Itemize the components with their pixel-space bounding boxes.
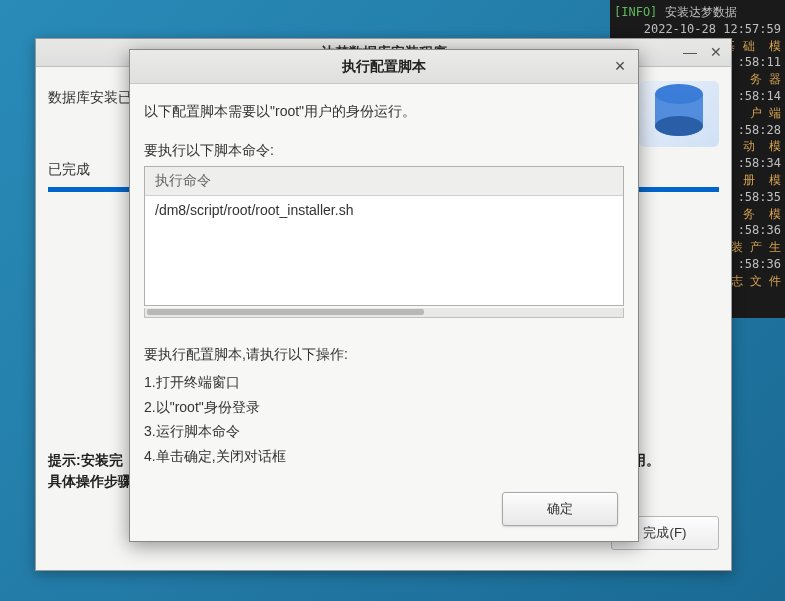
close-button[interactable]: ✕ [707, 43, 725, 61]
dialog-title: 执行配置脚本 [342, 58, 426, 76]
script-listbox: 执行命令 /dm8/script/root/root_installer.sh [144, 166, 624, 306]
steps-list: 1.打开终端窗口2.以"root"身份登录3.运行脚本命令4.单击确定,关闭对话… [144, 370, 624, 468]
step-item: 2.以"root"身份登录 [144, 395, 624, 420]
horizontal-scrollbar[interactable] [144, 308, 624, 318]
terminal-line: 2022-10-28 12:57:59 [614, 21, 781, 38]
ok-button[interactable]: 确定 [502, 492, 618, 526]
script-row[interactable]: /dm8/script/root/root_installer.sh [145, 196, 623, 224]
steps-label: 要执行配置脚本,请执行以下操作: [144, 346, 624, 364]
window-buttons: — ✕ [681, 43, 725, 61]
svg-point-1 [655, 116, 703, 136]
config-script-dialog: 执行配置脚本 × 以下配置脚本需要以"root"用户的身份运行。 要执行以下脚本… [129, 49, 639, 542]
command-label: 要执行以下脚本命令: [144, 142, 624, 160]
database-icon [639, 81, 719, 147]
installer-header-label: 数据库安装已 [48, 89, 132, 107]
dialog-intro: 以下配置脚本需要以"root"用户的身份运行。 [144, 100, 624, 122]
step-item: 4.单击确定,关闭对话框 [144, 444, 624, 469]
script-column-header: 执行命令 [145, 167, 623, 196]
scrollbar-thumb[interactable] [147, 309, 424, 315]
dialog-body: 以下配置脚本需要以"root"用户的身份运行。 要执行以下脚本命令: 执行命令 … [130, 84, 638, 538]
minimize-button[interactable]: — [681, 43, 699, 61]
close-icon[interactable]: × [610, 56, 630, 76]
step-item: 1.打开终端窗口 [144, 370, 624, 395]
dialog-titlebar: 执行配置脚本 × [130, 50, 638, 84]
terminal-line: [INFO] 安装达梦数据 [614, 4, 781, 21]
step-item: 3.运行脚本命令 [144, 419, 624, 444]
